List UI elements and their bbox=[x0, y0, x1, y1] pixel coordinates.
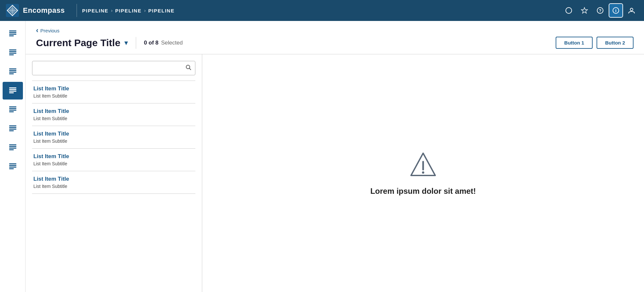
page-header-nav: ‹ Previous bbox=[36, 26, 634, 35]
title-divider bbox=[136, 37, 136, 49]
list-item-subtitle: List Item Subtitle bbox=[33, 184, 194, 189]
svg-rect-24 bbox=[9, 73, 14, 74]
svg-text:?: ? bbox=[599, 8, 601, 13]
svg-rect-44 bbox=[9, 168, 14, 169]
svg-rect-19 bbox=[9, 53, 16, 54]
previous-link[interactable]: Previous bbox=[40, 28, 59, 33]
list-item[interactable]: List Item Title List Item Subtitle bbox=[32, 149, 195, 171]
svg-rect-15 bbox=[9, 34, 16, 35]
button-2[interactable]: Button 2 bbox=[597, 37, 634, 49]
svg-rect-25 bbox=[9, 87, 16, 88]
sidebar-item-4[interactable] bbox=[3, 82, 23, 100]
svg-rect-27 bbox=[9, 91, 16, 92]
header-actions: Button 1 Button 2 bbox=[556, 37, 634, 49]
sidebar-item-2[interactable] bbox=[3, 44, 23, 62]
sidebar-item-8[interactable] bbox=[3, 158, 23, 175]
svg-rect-29 bbox=[9, 106, 16, 107]
sidebar-item-7[interactable] bbox=[3, 139, 23, 156]
svg-rect-39 bbox=[9, 148, 16, 149]
page-title-row: Current Page Title ▾ 0 of 8 Selected But… bbox=[36, 37, 634, 54]
list-item-subtitle: List Item Subtitle bbox=[33, 138, 194, 144]
info-button[interactable]: i bbox=[609, 3, 623, 18]
breadcrumb-chevron-2: › bbox=[144, 8, 146, 13]
svg-rect-43 bbox=[9, 167, 16, 168]
button-1[interactable]: Button 1 bbox=[556, 37, 593, 49]
breadcrumb-item-2[interactable]: PIPELINE bbox=[115, 8, 141, 13]
svg-rect-32 bbox=[9, 111, 14, 112]
selection-label: Selected bbox=[161, 40, 183, 46]
list-icon bbox=[8, 48, 17, 57]
svg-rect-33 bbox=[9, 125, 16, 126]
sidebar-item-6[interactable] bbox=[3, 120, 23, 137]
main-layout: ‹ Previous Current Page Title ▾ 0 of 8 S… bbox=[0, 21, 644, 292]
app-logo[interactable]: Encompass bbox=[5, 3, 71, 18]
svg-rect-36 bbox=[9, 130, 14, 131]
search-wrapper bbox=[32, 61, 195, 75]
help-button[interactable]: ? bbox=[593, 3, 607, 18]
svg-marker-7 bbox=[581, 8, 588, 13]
star-icon bbox=[581, 7, 588, 14]
list-item-subtitle: List Item Subtitle bbox=[33, 116, 194, 121]
list-item[interactable]: List Item Title List Item Subtitle bbox=[32, 126, 195, 149]
list-item[interactable]: List Item Title List Item Subtitle bbox=[32, 81, 195, 103]
info-icon: i bbox=[612, 7, 619, 14]
list-panel: List Item Title List Item Subtitle List … bbox=[26, 54, 202, 292]
svg-rect-34 bbox=[9, 127, 16, 128]
list-item-title: List Item Title bbox=[33, 153, 194, 160]
list-icon bbox=[8, 124, 17, 133]
list-icon bbox=[8, 105, 17, 114]
empty-state-message: Lorem ipsum dolor sit amet! bbox=[370, 187, 476, 196]
sidebar-item-3[interactable] bbox=[3, 63, 23, 81]
list-item[interactable]: List Item Title List Item Subtitle bbox=[32, 171, 195, 194]
circle-icon bbox=[565, 7, 572, 14]
nav-logo-divider bbox=[77, 4, 77, 17]
svg-rect-17 bbox=[9, 49, 16, 50]
list-item-title: List Item Title bbox=[33, 108, 194, 115]
selection-count: 0 of 8 bbox=[144, 40, 158, 46]
breadcrumb-item-3[interactable]: PIPELINE bbox=[148, 8, 174, 13]
svg-text:i: i bbox=[615, 8, 617, 13]
sidebar-item-5[interactable] bbox=[3, 101, 23, 119]
svg-rect-37 bbox=[9, 144, 16, 145]
list-item-title: List Item Title bbox=[33, 131, 194, 137]
svg-rect-16 bbox=[9, 35, 14, 36]
list-item-subtitle: List Item Subtitle bbox=[33, 93, 194, 99]
nav-right-actions: ? i bbox=[562, 3, 639, 18]
svg-rect-20 bbox=[9, 54, 14, 55]
svg-point-49 bbox=[422, 172, 424, 174]
svg-point-6 bbox=[566, 8, 572, 13]
list-item[interactable]: List Item Title List Item Subtitle bbox=[32, 103, 195, 126]
top-navigation: Encompass PIPELINE › PIPELINE › PIPELINE… bbox=[0, 0, 644, 21]
svg-rect-41 bbox=[9, 163, 16, 164]
sidebar-item-1[interactable] bbox=[3, 25, 23, 43]
list-icon bbox=[8, 162, 17, 171]
breadcrumb-item-1[interactable]: PIPELINE bbox=[82, 8, 108, 13]
warning-icon bbox=[408, 151, 438, 180]
svg-rect-30 bbox=[9, 108, 16, 109]
favorites-button[interactable] bbox=[577, 3, 592, 18]
breadcrumb-chevron-1: › bbox=[111, 8, 113, 13]
svg-rect-35 bbox=[9, 129, 16, 130]
help-icon: ? bbox=[597, 7, 604, 14]
list-item-subtitle: List Item Subtitle bbox=[33, 161, 194, 166]
svg-rect-31 bbox=[9, 110, 16, 111]
app-name: Encompass bbox=[23, 6, 65, 15]
user-icon bbox=[628, 7, 635, 14]
svg-rect-42 bbox=[9, 165, 16, 166]
svg-rect-26 bbox=[9, 89, 16, 90]
svg-rect-38 bbox=[9, 146, 16, 147]
search-nav-button[interactable] bbox=[562, 3, 576, 18]
user-profile-button[interactable] bbox=[624, 3, 639, 18]
dropdown-button[interactable]: ▾ bbox=[124, 39, 128, 47]
list-item-title: List Item Title bbox=[33, 176, 194, 182]
list-item-title: List Item Title bbox=[33, 85, 194, 92]
svg-point-12 bbox=[630, 8, 633, 11]
empty-state: Lorem ipsum dolor sit amet! bbox=[370, 151, 476, 196]
search-input[interactable] bbox=[32, 61, 195, 75]
svg-rect-21 bbox=[9, 68, 16, 69]
content-area: ‹ Previous Current Page Title ▾ 0 of 8 S… bbox=[26, 21, 644, 292]
back-button[interactable]: ‹ bbox=[36, 26, 38, 35]
list-icon bbox=[8, 143, 17, 152]
svg-rect-18 bbox=[9, 51, 16, 52]
selection-info: 0 of 8 Selected bbox=[144, 40, 183, 46]
